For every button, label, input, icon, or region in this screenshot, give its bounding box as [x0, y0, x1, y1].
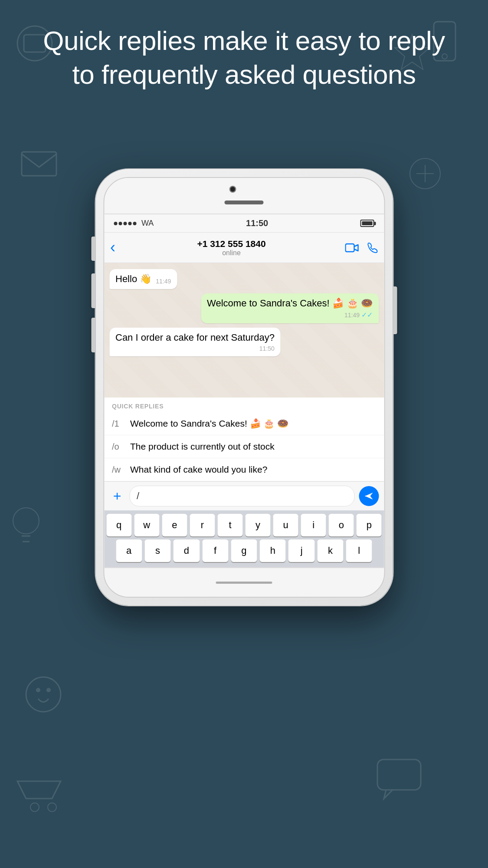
message-received-2: Can I order a cake for next Saturday? 11… [109, 328, 281, 356]
key-d[interactable]: d [174, 539, 200, 562]
quick-reply-item-2[interactable]: /o The product is currently out of stock [104, 435, 384, 458]
quick-replies-label: QUICK REPLIES [104, 398, 384, 412]
phone-inner: WA 11:50 ‹ +1 312 555 1840 o [103, 177, 385, 598]
key-p[interactable]: p [357, 514, 382, 536]
battery-indicator [360, 220, 374, 227]
quick-reply-shortcut-2: /o [112, 442, 124, 452]
bubble-sent-1: Welcome to Sandra's Cakes! 🍰 🎂 🍩 11:49 ✓… [201, 293, 379, 323]
volume-up-button[interactable] [91, 273, 95, 308]
keyboard-row-2: a s d f g h j k l [106, 539, 382, 562]
key-k[interactable]: k [317, 539, 343, 562]
header-action-icons [345, 242, 378, 253]
key-q[interactable]: q [106, 514, 131, 536]
message-input[interactable]: / [129, 486, 354, 506]
bubble-received-1: Hello 👋 11:49 [109, 269, 177, 289]
key-j[interactable]: j [288, 539, 314, 562]
add-attachment-button[interactable]: + [109, 488, 125, 504]
mute-button[interactable] [91, 237, 95, 261]
phone-call-icon[interactable] [367, 242, 378, 253]
key-l[interactable]: l [346, 539, 372, 562]
quick-reply-shortcut-3: /w [112, 465, 124, 475]
header-title: Quick replies make it easy to reply to f… [0, 24, 488, 91]
svg-point-10 [46, 688, 51, 692]
key-g[interactable]: g [231, 539, 257, 562]
phone-top [104, 178, 384, 214]
key-s[interactable]: s [144, 539, 170, 562]
screen: WA 11:50 ‹ +1 312 555 1840 o [104, 214, 384, 567]
key-t[interactable]: t [217, 514, 242, 536]
bubble-received-2: Can I order a cake for next Saturday? 11… [109, 328, 281, 356]
quick-reply-item-3[interactable]: /w What kind of cake would you like? [104, 458, 384, 481]
status-bar: WA 11:50 [104, 214, 384, 233]
read-receipts: ✓✓ [361, 311, 373, 319]
input-area: + / [104, 481, 384, 510]
video-call-icon[interactable] [345, 243, 359, 253]
send-button[interactable] [359, 486, 379, 506]
contact-number: +1 312 555 1840 [121, 239, 342, 249]
volume-down-button[interactable] [91, 318, 95, 352]
phone-bottom [104, 567, 384, 597]
keyboard-row-1: q w e r t y u i o p [106, 514, 382, 536]
quick-replies-section: QUICK REPLIES /1 Welcome to Sandra's Cak… [104, 398, 384, 481]
message-sent-1: Welcome to Sandra's Cakes! 🍰 🎂 🍩 11:49 ✓… [201, 293, 379, 323]
quick-reply-shortcut-1: /1 [112, 419, 124, 429]
quick-reply-text-1: Welcome to Sandra's Cakes! 🍰 🎂 🍩 [130, 418, 376, 429]
svg-rect-14 [22, 152, 56, 176]
carrier-label: WA [141, 219, 154, 228]
key-e[interactable]: e [162, 514, 187, 536]
message-received-1: Hello 👋 11:49 [109, 269, 177, 289]
power-button[interactable] [393, 286, 397, 334]
front-camera [229, 186, 236, 193]
phone-shell: WA 11:50 ‹ +1 312 555 1840 o [95, 169, 393, 605]
msg-time-1: 11:49 [156, 278, 171, 285]
status-time: 11:50 [246, 218, 268, 228]
chat-header: ‹ +1 312 555 1840 online [104, 233, 384, 263]
contact-info: +1 312 555 1840 online [121, 239, 342, 257]
contact-status: online [121, 249, 342, 257]
back-button[interactable]: ‹ [110, 240, 118, 255]
key-i[interactable]: i [301, 514, 326, 536]
signal-dots [114, 222, 136, 225]
phone-wrapper: WA 11:50 ‹ +1 312 555 1840 o [95, 169, 393, 605]
svg-point-5 [30, 803, 39, 812]
send-icon [364, 492, 373, 500]
key-y[interactable]: y [246, 514, 271, 536]
key-o[interactable]: o [329, 514, 354, 536]
svg-rect-18 [345, 244, 354, 252]
msg-time-3: 11:50 [259, 345, 275, 352]
quick-reply-text-2: The product is currently out of stock [130, 441, 376, 452]
svg-point-6 [48, 803, 56, 812]
key-h[interactable]: h [260, 539, 286, 562]
key-a[interactable]: a [116, 539, 142, 562]
quick-reply-text-3: What kind of cake would you like? [130, 464, 376, 475]
speaker [225, 201, 264, 204]
quick-reply-item-1[interactable]: /1 Welcome to Sandra's Cakes! 🍰 🎂 🍩 [104, 412, 384, 435]
key-u[interactable]: u [273, 514, 298, 536]
chat-area: Hello 👋 11:49 Welcome to Sandra's Cakes!… [104, 263, 384, 398]
svg-point-8 [26, 677, 61, 712]
svg-rect-7 [377, 760, 421, 790]
keyboard: q w e r t y u i o p a s [104, 510, 384, 567]
key-f[interactable]: f [202, 539, 228, 562]
msg-time-2: 11:49 [344, 312, 360, 319]
svg-point-15 [13, 508, 39, 534]
home-indicator [216, 582, 272, 584]
svg-point-9 [36, 688, 40, 692]
key-w[interactable]: w [134, 514, 159, 536]
key-r[interactable]: r [190, 514, 215, 536]
signal-area: WA [114, 219, 154, 228]
